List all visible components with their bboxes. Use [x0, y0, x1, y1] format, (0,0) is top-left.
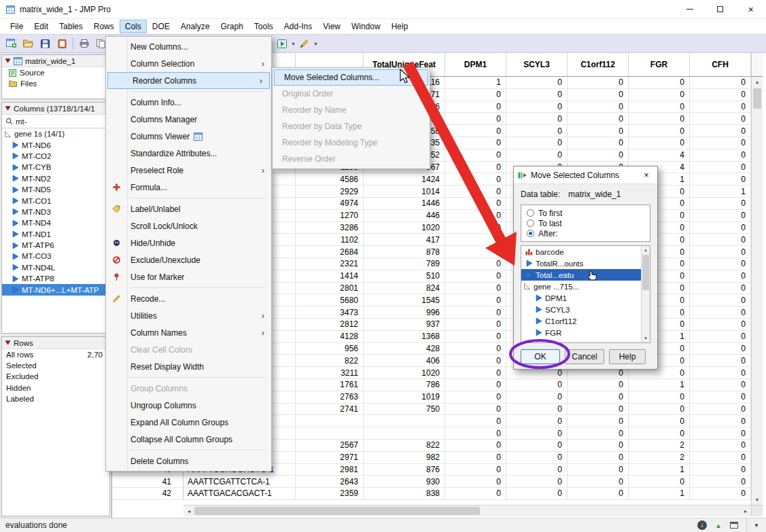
- column-list-item-mt-co1[interactable]: MT-CO1: [2, 195, 109, 206]
- toolbar-button-open[interactable]: [20, 36, 37, 52]
- cols-menu-item-delete-columns[interactable]: Delete Columns: [106, 453, 271, 469]
- cols-menu-item-exclude-unexclude[interactable]: Exclude/Unexclude: [106, 251, 271, 268]
- column-group-row[interactable]: gene 1s (14/1): [2, 128, 109, 139]
- cols-menu-item-column-info[interactable]: Column Info...: [106, 94, 271, 111]
- menubar-item-edit[interactable]: Edit: [29, 20, 54, 33]
- column-list-item-mt-nd6[interactable]: MT-ND6: [2, 139, 109, 150]
- list-scroll-thumb[interactable]: [642, 255, 649, 290]
- cols-menu-item-columns-viewer[interactable]: Columns Viewer: [106, 128, 271, 145]
- table-panel-item-source[interactable]: Source: [2, 67, 109, 78]
- info-icon[interactable]: i: [697, 520, 707, 530]
- table-panel-item-files[interactable]: Files: [2, 78, 109, 89]
- column-list-item-mt-atp8[interactable]: MT-ATP8: [2, 273, 109, 284]
- menubar-item-file[interactable]: File: [5, 20, 29, 33]
- horizontal-scrollbar[interactable]: ◄ ►: [184, 505, 751, 516]
- dropdown-arrow-icon[interactable]: ▼: [313, 41, 318, 46]
- dropdown-arrow-icon[interactable]: ▼: [291, 41, 296, 46]
- col-header-cfh[interactable]: CFH: [690, 53, 751, 76]
- close-button[interactable]: ×: [735, 0, 766, 18]
- vertical-scroll-thumb[interactable]: [753, 88, 761, 109]
- column-list-item-mt-nd4l[interactable]: MT-ND4L: [2, 262, 109, 273]
- table-row[interactable]: 42AAATTGACACGACT-1235983800010: [112, 488, 751, 500]
- scroll-up-button[interactable]: ▲: [752, 77, 763, 87]
- hotspot-icon[interactable]: [5, 58, 11, 64]
- status-dropdown[interactable]: ▼: [746, 518, 766, 532]
- col-header-scyl3[interactable]: SCYL3: [506, 53, 568, 76]
- rows-stat-labeled[interactable]: Labeled: [2, 393, 109, 404]
- help-button[interactable]: Help: [609, 349, 646, 364]
- vertical-scrollbar[interactable]: ▲ ▼: [751, 77, 763, 505]
- list-scroll-down-button[interactable]: ▼: [642, 334, 650, 342]
- column-list-item-mt-atp6[interactable]: MT-ATP6: [2, 240, 109, 251]
- cols-menu-item-expand-all-column-groups[interactable]: Expand All Column Groups: [106, 414, 271, 431]
- scroll-down-button[interactable]: ▼: [752, 495, 763, 505]
- cols-menu-item-collapse-all-column-groups[interactable]: Collapse All Column Groups: [106, 431, 271, 448]
- list-scroll-up-button[interactable]: ▲: [642, 246, 650, 254]
- menubar-item-analyze[interactable]: Analyze: [175, 20, 215, 33]
- rows-panel-header[interactable]: Rows: [2, 337, 109, 349]
- horizontal-scroll-thumb[interactable]: [194, 507, 480, 515]
- menubar-item-tools[interactable]: Tools: [249, 20, 279, 33]
- window-list-icon[interactable]: [730, 522, 738, 529]
- dialog-list-item-total-eatu[interactable]: Total...eatu: [521, 269, 650, 281]
- column-list-item-mt-nd1[interactable]: MT-ND1: [2, 229, 109, 240]
- toolbar-button-print[interactable]: [75, 36, 92, 52]
- column-list-item-mt-nd4[interactable]: MT-ND4: [2, 217, 109, 228]
- dialog-list-item-totalr-ounts[interactable]: TotalR...ounts: [521, 258, 650, 269]
- column-list-item-mt-nd5[interactable]: MT-ND5: [2, 184, 109, 195]
- cancel-button[interactable]: Cancel: [565, 349, 604, 364]
- dialog-list-item-fgr[interactable]: FGR: [521, 327, 650, 338]
- menubar-item-view[interactable]: View: [317, 20, 346, 33]
- col-header-fgr[interactable]: FGR: [629, 53, 690, 76]
- column-list-item-mt-nd2[interactable]: MT-ND2: [2, 173, 109, 184]
- menubar-item-doe[interactable]: DOE: [147, 20, 175, 33]
- column-search-box[interactable]: mt-: [2, 115, 109, 128]
- dialog-list-scrollbar[interactable]: ▲ ▼: [641, 246, 650, 342]
- column-list-item-mt-cyb[interactable]: MT-CYB: [2, 162, 109, 173]
- cols-menu-item-use-for-marker[interactable]: Use for Marker: [106, 268, 271, 285]
- toolbar-button-brush[interactable]: [296, 36, 313, 52]
- toolbar-button-save[interactable]: [37, 36, 54, 52]
- cols-menu-item-label-unlabel[interactable]: Label/Unlabel: [106, 200, 271, 217]
- hotspot-icon[interactable]: [5, 105, 11, 111]
- dialog-title-bar[interactable]: Move Selected Columns ×: [514, 166, 657, 184]
- cols-menu-item-formula[interactable]: Formula...: [106, 179, 271, 196]
- rows-stat-all-rows[interactable]: All rows2,70: [2, 349, 109, 360]
- menubar-item-add-ins[interactable]: Add-Ins: [279, 20, 317, 33]
- hotspot-icon[interactable]: [5, 340, 11, 346]
- toolbar-button-journal[interactable]: [54, 36, 71, 52]
- dialog-list-item-dpm1[interactable]: DPM1: [521, 292, 650, 304]
- dialog-list-item-c1orf112[interactable]: C1orf112: [521, 315, 650, 327]
- cols-menu-item-reset-display-width[interactable]: Reset Display Width: [106, 358, 271, 375]
- cols-menu-item-column-names[interactable]: Column Names›: [106, 324, 271, 341]
- menubar-item-help[interactable]: Help: [386, 20, 414, 33]
- menubar-item-rows[interactable]: Rows: [88, 20, 120, 33]
- radio-after[interactable]: After:: [527, 228, 644, 238]
- cols-menu-item-preselect-role[interactable]: Preselect Role›: [106, 162, 271, 179]
- toolbar-button-run-script[interactable]: [273, 36, 290, 52]
- cols-menu-item-column-selection[interactable]: Column Selection›: [106, 55, 271, 72]
- rows-stat-hidden[interactable]: Hidden: [2, 383, 109, 393]
- radio-to-first[interactable]: To first: [527, 208, 644, 218]
- dialog-list-item-barcode[interactable]: barcode: [521, 246, 650, 258]
- dialog-list-item-gene-715[interactable]: gene ...715...: [521, 281, 650, 292]
- col-header-dpm1[interactable]: DPM1: [445, 53, 506, 76]
- table-row[interactable]: 41AAATTCGATTCTCA-1264393000000: [112, 476, 751, 488]
- cols-menu-item-hide-unhide[interactable]: Hide/Unhide: [106, 234, 271, 251]
- columns-panel-header[interactable]: Columns (13718/1/14/1: [2, 103, 109, 115]
- table-panel-header[interactable]: matrix_wide_1: [2, 55, 109, 67]
- menubar-item-cols[interactable]: Cols: [120, 20, 147, 33]
- menubar-item-graph[interactable]: Graph: [215, 20, 248, 33]
- minimize-button[interactable]: [674, 0, 705, 18]
- cols-menu-item-standardize-attributes[interactable]: Standardize Attributes...: [106, 145, 271, 162]
- submenu-item-move-selected-columns[interactable]: Move Selected Columns...: [274, 69, 428, 86]
- column-list-item-mt-co3[interactable]: MT-CO3: [2, 251, 109, 262]
- ok-button[interactable]: OK: [521, 349, 560, 364]
- rows-stat-excluded[interactable]: Excluded: [2, 371, 109, 382]
- cols-menu-item-recode[interactable]: Recode...: [106, 290, 271, 307]
- cols-menu-item-new-columns[interactable]: New Columns...: [106, 38, 271, 55]
- dialog-list-item-scyl3[interactable]: SCYL3: [521, 304, 650, 315]
- rows-stat-selected[interactable]: Selected: [2, 360, 109, 371]
- log-caret-icon[interactable]: ▲: [715, 522, 722, 529]
- group-expander-icon[interactable]: [4, 130, 12, 138]
